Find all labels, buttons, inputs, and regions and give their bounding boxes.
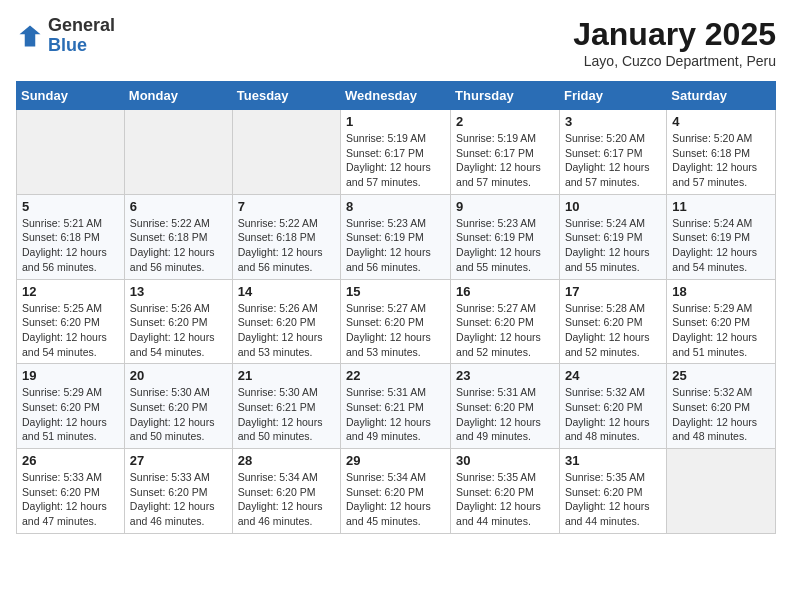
day-info: Sunrise: 5:19 AM Sunset: 6:17 PM Dayligh… <box>456 131 554 190</box>
logo-blue: Blue <box>48 36 115 56</box>
day-info: Sunrise: 5:22 AM Sunset: 6:18 PM Dayligh… <box>130 216 227 275</box>
calendar-cell: 24Sunrise: 5:32 AM Sunset: 6:20 PM Dayli… <box>559 364 666 449</box>
day-info: Sunrise: 5:34 AM Sunset: 6:20 PM Dayligh… <box>238 470 335 529</box>
calendar-cell <box>124 110 232 195</box>
day-info: Sunrise: 5:24 AM Sunset: 6:19 PM Dayligh… <box>672 216 770 275</box>
calendar-cell <box>667 449 776 534</box>
calendar-cell: 26Sunrise: 5:33 AM Sunset: 6:20 PM Dayli… <box>17 449 125 534</box>
calendar-cell: 15Sunrise: 5:27 AM Sunset: 6:20 PM Dayli… <box>341 279 451 364</box>
calendar-week-row: 19Sunrise: 5:29 AM Sunset: 6:20 PM Dayli… <box>17 364 776 449</box>
weekday-header: Monday <box>124 82 232 110</box>
calendar-cell: 20Sunrise: 5:30 AM Sunset: 6:20 PM Dayli… <box>124 364 232 449</box>
calendar-cell: 1Sunrise: 5:19 AM Sunset: 6:17 PM Daylig… <box>341 110 451 195</box>
calendar-cell: 29Sunrise: 5:34 AM Sunset: 6:20 PM Dayli… <box>341 449 451 534</box>
logo-text: General Blue <box>48 16 115 56</box>
day-number: 31 <box>565 453 661 468</box>
day-number: 30 <box>456 453 554 468</box>
weekday-header: Saturday <box>667 82 776 110</box>
day-info: Sunrise: 5:29 AM Sunset: 6:20 PM Dayligh… <box>22 385 119 444</box>
weekday-header: Friday <box>559 82 666 110</box>
calendar-cell: 8Sunrise: 5:23 AM Sunset: 6:19 PM Daylig… <box>341 194 451 279</box>
day-number: 13 <box>130 284 227 299</box>
day-number: 12 <box>22 284 119 299</box>
page-header: General Blue January 2025 Layo, Cuzco De… <box>16 16 776 69</box>
day-number: 8 <box>346 199 445 214</box>
calendar-cell: 4Sunrise: 5:20 AM Sunset: 6:18 PM Daylig… <box>667 110 776 195</box>
day-number: 6 <box>130 199 227 214</box>
day-info: Sunrise: 5:27 AM Sunset: 6:20 PM Dayligh… <box>456 301 554 360</box>
day-info: Sunrise: 5:32 AM Sunset: 6:20 PM Dayligh… <box>672 385 770 444</box>
day-info: Sunrise: 5:19 AM Sunset: 6:17 PM Dayligh… <box>346 131 445 190</box>
calendar-cell: 17Sunrise: 5:28 AM Sunset: 6:20 PM Dayli… <box>559 279 666 364</box>
calendar-cell: 19Sunrise: 5:29 AM Sunset: 6:20 PM Dayli… <box>17 364 125 449</box>
day-number: 22 <box>346 368 445 383</box>
calendar-cell: 5Sunrise: 5:21 AM Sunset: 6:18 PM Daylig… <box>17 194 125 279</box>
calendar-cell: 9Sunrise: 5:23 AM Sunset: 6:19 PM Daylig… <box>451 194 560 279</box>
day-info: Sunrise: 5:35 AM Sunset: 6:20 PM Dayligh… <box>456 470 554 529</box>
day-info: Sunrise: 5:24 AM Sunset: 6:19 PM Dayligh… <box>565 216 661 275</box>
day-number: 25 <box>672 368 770 383</box>
day-info: Sunrise: 5:26 AM Sunset: 6:20 PM Dayligh… <box>238 301 335 360</box>
month-title: January 2025 <box>573 16 776 53</box>
calendar-cell: 14Sunrise: 5:26 AM Sunset: 6:20 PM Dayli… <box>232 279 340 364</box>
day-info: Sunrise: 5:28 AM Sunset: 6:20 PM Dayligh… <box>565 301 661 360</box>
logo: General Blue <box>16 16 115 56</box>
day-number: 2 <box>456 114 554 129</box>
calendar-cell: 27Sunrise: 5:33 AM Sunset: 6:20 PM Dayli… <box>124 449 232 534</box>
day-info: Sunrise: 5:33 AM Sunset: 6:20 PM Dayligh… <box>130 470 227 529</box>
calendar-week-row: 26Sunrise: 5:33 AM Sunset: 6:20 PM Dayli… <box>17 449 776 534</box>
day-info: Sunrise: 5:30 AM Sunset: 6:21 PM Dayligh… <box>238 385 335 444</box>
calendar-cell <box>232 110 340 195</box>
calendar-cell: 31Sunrise: 5:35 AM Sunset: 6:20 PM Dayli… <box>559 449 666 534</box>
title-block: January 2025 Layo, Cuzco Department, Per… <box>573 16 776 69</box>
day-info: Sunrise: 5:25 AM Sunset: 6:20 PM Dayligh… <box>22 301 119 360</box>
weekday-header: Thursday <box>451 82 560 110</box>
day-info: Sunrise: 5:34 AM Sunset: 6:20 PM Dayligh… <box>346 470 445 529</box>
day-info: Sunrise: 5:31 AM Sunset: 6:20 PM Dayligh… <box>456 385 554 444</box>
calendar-week-row: 5Sunrise: 5:21 AM Sunset: 6:18 PM Daylig… <box>17 194 776 279</box>
day-number: 11 <box>672 199 770 214</box>
calendar-cell: 16Sunrise: 5:27 AM Sunset: 6:20 PM Dayli… <box>451 279 560 364</box>
day-info: Sunrise: 5:35 AM Sunset: 6:20 PM Dayligh… <box>565 470 661 529</box>
day-number: 20 <box>130 368 227 383</box>
day-number: 21 <box>238 368 335 383</box>
day-number: 23 <box>456 368 554 383</box>
calendar-cell: 10Sunrise: 5:24 AM Sunset: 6:19 PM Dayli… <box>559 194 666 279</box>
logo-icon <box>16 22 44 50</box>
day-number: 16 <box>456 284 554 299</box>
calendar-cell: 11Sunrise: 5:24 AM Sunset: 6:19 PM Dayli… <box>667 194 776 279</box>
day-number: 24 <box>565 368 661 383</box>
calendar-cell <box>17 110 125 195</box>
day-number: 15 <box>346 284 445 299</box>
calendar-week-row: 1Sunrise: 5:19 AM Sunset: 6:17 PM Daylig… <box>17 110 776 195</box>
calendar-cell: 3Sunrise: 5:20 AM Sunset: 6:17 PM Daylig… <box>559 110 666 195</box>
calendar-cell: 28Sunrise: 5:34 AM Sunset: 6:20 PM Dayli… <box>232 449 340 534</box>
day-info: Sunrise: 5:23 AM Sunset: 6:19 PM Dayligh… <box>346 216 445 275</box>
day-number: 18 <box>672 284 770 299</box>
day-info: Sunrise: 5:32 AM Sunset: 6:20 PM Dayligh… <box>565 385 661 444</box>
day-number: 5 <box>22 199 119 214</box>
calendar-cell: 22Sunrise: 5:31 AM Sunset: 6:21 PM Dayli… <box>341 364 451 449</box>
day-number: 19 <box>22 368 119 383</box>
day-number: 4 <box>672 114 770 129</box>
calendar-cell: 13Sunrise: 5:26 AM Sunset: 6:20 PM Dayli… <box>124 279 232 364</box>
calendar-header-row: SundayMondayTuesdayWednesdayThursdayFrid… <box>17 82 776 110</box>
calendar-cell: 7Sunrise: 5:22 AM Sunset: 6:18 PM Daylig… <box>232 194 340 279</box>
logo-general: General <box>48 16 115 36</box>
day-number: 10 <box>565 199 661 214</box>
day-info: Sunrise: 5:30 AM Sunset: 6:20 PM Dayligh… <box>130 385 227 444</box>
day-info: Sunrise: 5:22 AM Sunset: 6:18 PM Dayligh… <box>238 216 335 275</box>
day-info: Sunrise: 5:29 AM Sunset: 6:20 PM Dayligh… <box>672 301 770 360</box>
weekday-header: Sunday <box>17 82 125 110</box>
weekday-header: Tuesday <box>232 82 340 110</box>
day-info: Sunrise: 5:26 AM Sunset: 6:20 PM Dayligh… <box>130 301 227 360</box>
day-number: 17 <box>565 284 661 299</box>
day-number: 3 <box>565 114 661 129</box>
day-number: 28 <box>238 453 335 468</box>
calendar-cell: 18Sunrise: 5:29 AM Sunset: 6:20 PM Dayli… <box>667 279 776 364</box>
day-info: Sunrise: 5:20 AM Sunset: 6:17 PM Dayligh… <box>565 131 661 190</box>
day-number: 14 <box>238 284 335 299</box>
calendar-cell: 21Sunrise: 5:30 AM Sunset: 6:21 PM Dayli… <box>232 364 340 449</box>
location: Layo, Cuzco Department, Peru <box>573 53 776 69</box>
calendar-week-row: 12Sunrise: 5:25 AM Sunset: 6:20 PM Dayli… <box>17 279 776 364</box>
